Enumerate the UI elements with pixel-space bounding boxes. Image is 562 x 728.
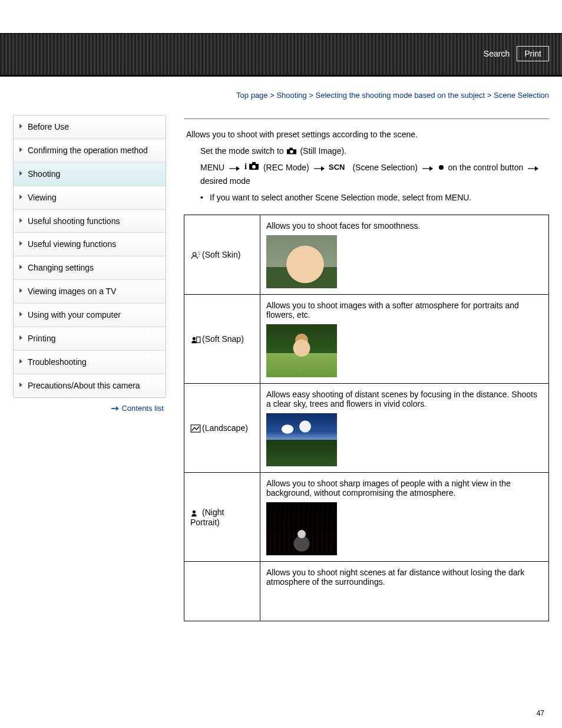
svg-rect-1: [289, 148, 292, 150]
scn-icon: SCN: [329, 162, 349, 175]
step-note: If you want to select another Scene Sele…: [200, 192, 549, 205]
scene-label-cell: (Soft Skin): [184, 215, 260, 295]
contents-list: Contents list: [13, 398, 166, 413]
scene-sample-image: [266, 413, 337, 466]
svg-point-17: [193, 252, 196, 256]
intro-text: Allows you to shoot with preset settings…: [184, 130, 549, 139]
arrow-icon: [528, 162, 538, 175]
scene-label-cell: (Night Portrait): [184, 473, 260, 562]
arrow-icon: [314, 162, 325, 175]
print-button[interactable]: Print: [517, 46, 549, 61]
sidebar-column: Before UseConfirming the operation metho…: [13, 115, 166, 621]
sidebar-item[interactable]: Shooting: [14, 163, 166, 186]
svg-marker-10: [321, 166, 325, 171]
sidebar-item[interactable]: Useful viewing functions: [14, 233, 166, 256]
arrow-icon: [229, 162, 240, 175]
scene-desc: Allows you to shoot night scenes at far …: [266, 568, 543, 587]
breadcrumb-b[interactable]: Selecting the shooting mode based on the…: [316, 91, 485, 100]
scene-label-cell: [184, 562, 260, 621]
sidebar: Before UseConfirming the operation metho…: [13, 115, 166, 398]
arrow-right-icon: [111, 407, 120, 410]
scene-sample-image: [266, 324, 337, 377]
svg-line-18: [198, 252, 199, 253]
arrow-icon: [422, 162, 433, 175]
scene-label: (Soft Snap): [202, 334, 244, 344]
scene-desc-cell: Allows you to shoot images with a softer…: [260, 295, 549, 384]
sidebar-item[interactable]: Viewing images on a TV: [14, 280, 166, 304]
sidebar-item[interactable]: Viewing: [14, 186, 166, 210]
scene-desc: Allows you to shoot sharp images of peop…: [266, 479, 543, 498]
scene-label-cell: (Landscape): [184, 384, 260, 473]
header-buttons: Search Print: [484, 46, 549, 61]
breadcrumb-a[interactable]: Shooting: [276, 91, 306, 100]
svg-line-20: [198, 256, 199, 257]
table-row: (Night Portrait)Allows you to shoot shar…: [184, 473, 549, 562]
steps: Set the mode switch to (Still Image). ME…: [184, 145, 549, 204]
scene-label: (Landscape): [202, 423, 248, 433]
divider: [184, 118, 549, 119]
svg-point-24: [193, 510, 196, 513]
sidebar-item[interactable]: Troubleshooting: [14, 351, 166, 374]
svg-rect-22: [197, 337, 200, 342]
center-dot-icon: [438, 162, 445, 175]
sidebar-item[interactable]: Precautions/About this camera: [14, 374, 166, 397]
svg-point-21: [193, 337, 196, 340]
scene-label-cell: (Soft Snap): [184, 295, 260, 384]
scene-desc: Allows you to shoot faces for smoothness…: [266, 221, 543, 230]
rec-mode-icon: i: [244, 162, 260, 175]
contents-list-link[interactable]: Contents list: [121, 404, 164, 413]
breadcrumb-top[interactable]: Top page: [236, 91, 268, 100]
scene-label: (Soft Skin): [202, 250, 240, 259]
svg-text:i: i: [244, 162, 247, 171]
sidebar-item[interactable]: Printing: [14, 327, 166, 351]
svg-marker-13: [429, 166, 433, 171]
night-icon: [190, 508, 201, 518]
svg-text:SCN: SCN: [329, 163, 345, 171]
svg-point-2: [290, 150, 293, 153]
step-1: Set the mode switch to (Still Image).: [200, 145, 549, 158]
search-link[interactable]: Search: [484, 49, 510, 58]
main-content: Allows you to shoot with preset settings…: [184, 115, 549, 621]
sidebar-item[interactable]: Confirming the operation method: [14, 139, 166, 163]
sidebar-item[interactable]: Changing settings: [14, 256, 166, 280]
svg-rect-7: [252, 162, 256, 164]
table-row: (Soft Snap)Allows you to shoot images wi…: [184, 295, 549, 384]
header-band: Search Print: [0, 33, 562, 77]
breadcrumb: Top page > Shooting > Selecting the shoo…: [13, 84, 549, 115]
step-2: MENU i (REC Mode) SCN (Scene Selection): [200, 162, 549, 187]
svg-marker-16: [535, 166, 538, 171]
scene-sample-image: [266, 502, 337, 555]
sidebar-item[interactable]: Useful shooting functions: [14, 210, 166, 233]
table-row: (Landscape)Allows easy shooting of dista…: [184, 384, 549, 473]
scene-desc-cell: Allows you to shoot night scenes at far …: [260, 562, 549, 621]
softskin-icon: [190, 251, 201, 260]
scene-desc-cell: Allows you to shoot faces for smoothness…: [260, 215, 549, 295]
camera-icon: [286, 145, 297, 158]
scene-desc: Allows you to shoot images with a softer…: [266, 301, 543, 319]
svg-point-14: [439, 165, 444, 170]
table-row: (Soft Skin)Allows you to shoot faces for…: [184, 215, 549, 295]
scene-sample-image: [266, 235, 337, 288]
svg-marker-4: [236, 166, 240, 171]
softsnap-icon: [190, 335, 201, 344]
table-row: Allows you to shoot night scenes at far …: [184, 562, 549, 621]
breadcrumb-c[interactable]: Scene Selection: [494, 91, 549, 100]
landscape-icon: [190, 424, 201, 433]
scene-desc: Allows easy shooting of distant scenes b…: [266, 390, 543, 409]
svg-point-8: [252, 165, 256, 169]
scene-table: (Soft Skin)Allows you to shoot faces for…: [184, 215, 549, 621]
sidebar-item[interactable]: Using with your computer: [14, 304, 166, 327]
scene-desc-cell: Allows you to shoot sharp images of peop…: [260, 473, 549, 562]
sidebar-item[interactable]: Before Use: [14, 116, 166, 139]
scene-desc-cell: Allows easy shooting of distant scenes b…: [260, 384, 549, 473]
